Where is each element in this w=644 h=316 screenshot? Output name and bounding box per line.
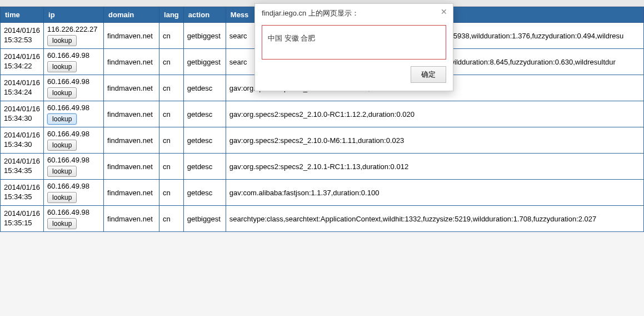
cell-time: 2014/01/16 15:34:30 [1, 101, 44, 127]
lookup-button[interactable]: lookup [47, 166, 77, 177]
cell-time: 2014/01/16 15:34:24 [1, 75, 44, 101]
cell-lang: cn [159, 180, 184, 206]
cell-message: gav:org.specs2:specs2_2.10.0-M6:1.11,dur… [226, 127, 643, 154]
cell-lang: cn [159, 101, 184, 127]
alert-ok-button[interactable]: 确定 [411, 66, 446, 83]
cell-action: getdesc [183, 180, 226, 206]
cell-message: searchtype:class,searchtext:ApplicationC… [226, 206, 643, 232]
cell-time: 2014/01/16 15:34:30 [1, 127, 44, 154]
cell-domain: findmaven.net [104, 206, 159, 232]
ip-text: 60.166.49.98 [47, 77, 100, 86]
cell-lang: cn [159, 49, 184, 75]
table-row: 2014/01/16 15:34:3060.166.49.98lookupfin… [1, 127, 644, 154]
cell-lang: cn [159, 206, 184, 232]
cell-message: gav:org.specs2:specs2_2.10.0-RC1:1.12.2,… [226, 101, 643, 127]
cell-lang: cn [159, 75, 184, 101]
table-row: 2014/01/16 15:34:3560.166.49.98lookupfin… [1, 154, 644, 180]
lookup-button[interactable]: lookup [47, 218, 77, 229]
cell-domain: findmaven.net [104, 49, 159, 75]
cell-action: getbiggest [183, 49, 226, 75]
cell-lang: cn [159, 23, 184, 49]
table-row: 2014/01/16 15:35:1560.166.49.98lookupfin… [1, 206, 644, 232]
cell-action: getbiggest [183, 206, 226, 232]
cell-action: getdesc [183, 101, 226, 127]
cell-time: 2014/01/16 15:32:53 [1, 23, 44, 49]
message-left: searc [229, 58, 247, 66]
cell-action: getdesc [183, 75, 226, 101]
cell-ip: 60.166.49.98lookup [44, 180, 104, 206]
cell-ip: 60.166.49.98lookup [44, 49, 104, 75]
cell-domain: findmaven.net [104, 154, 159, 180]
alert-body: 中国 安徽 合肥 [262, 25, 446, 60]
cell-message: gav:org.specs2:specs2_2.10.1-RC1:1.13,du… [226, 154, 643, 180]
col-lang[interactable]: lang [159, 7, 184, 23]
cell-action: getdesc [183, 154, 226, 180]
cell-domain: findmaven.net [104, 180, 159, 206]
table-row: 2014/01/16 15:34:3060.166.49.98lookupfin… [1, 101, 644, 127]
close-icon[interactable]: ✕ [441, 7, 447, 16]
cell-domain: findmaven.net [104, 23, 159, 49]
cell-ip: 60.166.49.98lookup [44, 154, 104, 180]
ip-text: 60.166.49.98 [47, 156, 100, 164]
cell-domain: findmaven.net [104, 127, 159, 154]
ip-text: 60.166.49.98 [47, 182, 100, 190]
cell-action: getdesc [183, 127, 226, 154]
message-left: searc [229, 32, 247, 40]
table-row: 2014/01/16 15:34:3560.166.49.98lookupfin… [1, 180, 644, 206]
message-right: 25938,wildduration:1.376,fuzzyduration:0… [450, 32, 624, 40]
lookup-button[interactable]: lookup [47, 61, 77, 72]
lookup-button[interactable]: lookup [47, 192, 77, 203]
ip-text: 60.166.49.98 [47, 51, 100, 60]
cell-lang: cn [159, 127, 184, 154]
col-ip[interactable]: ip [44, 7, 104, 23]
cell-time: 2014/01/16 15:34:22 [1, 49, 44, 75]
message-right: wildduration:8.645,fuzzyduration:0.630,w… [450, 58, 616, 66]
cell-domain: findmaven.net [104, 101, 159, 127]
alert-header: findjar.iego.cn 上的网页显示： ✕ [255, 4, 453, 22]
cell-domain: findmaven.net [104, 75, 159, 101]
ip-text: 60.166.49.98 [47, 130, 100, 138]
lookup-button[interactable]: lookup [47, 87, 77, 98]
lookup-button[interactable]: lookup [47, 35, 77, 46]
cell-lang: cn [159, 154, 184, 180]
alert-title: findjar.iego.cn 上的网页显示： [262, 9, 359, 17]
cell-action: getbiggest [183, 23, 226, 49]
cell-ip: 60.166.49.98lookup [44, 127, 104, 154]
cell-message: gav:com.alibaba:fastjson:1.1.37,duration… [226, 180, 643, 206]
cell-time: 2014/01/16 15:34:35 [1, 154, 44, 180]
cell-ip: 116.226.222.27lookup [44, 23, 104, 49]
cell-time: 2014/01/16 15:35:15 [1, 206, 44, 232]
col-domain[interactable]: domain [104, 7, 159, 23]
ip-text: 60.166.49.98 [47, 208, 100, 216]
cell-ip: 60.166.49.98lookup [44, 101, 104, 127]
lookup-button[interactable]: lookup [47, 113, 77, 125]
alert-footer: 确定 [255, 66, 453, 91]
lookup-button[interactable]: lookup [47, 140, 77, 151]
cell-ip: 60.166.49.98lookup [44, 75, 104, 101]
cell-time: 2014/01/16 15:34:35 [1, 180, 44, 206]
col-time[interactable]: time [1, 7, 44, 23]
alert-dialog: findjar.iego.cn 上的网页显示： ✕ 中国 安徽 合肥 确定 [254, 3, 453, 91]
col-action[interactable]: action [183, 7, 226, 23]
cell-ip: 60.166.49.98lookup [44, 206, 104, 232]
ip-text: 116.226.222.27 [47, 25, 100, 33]
ip-text: 60.166.49.98 [47, 103, 100, 112]
